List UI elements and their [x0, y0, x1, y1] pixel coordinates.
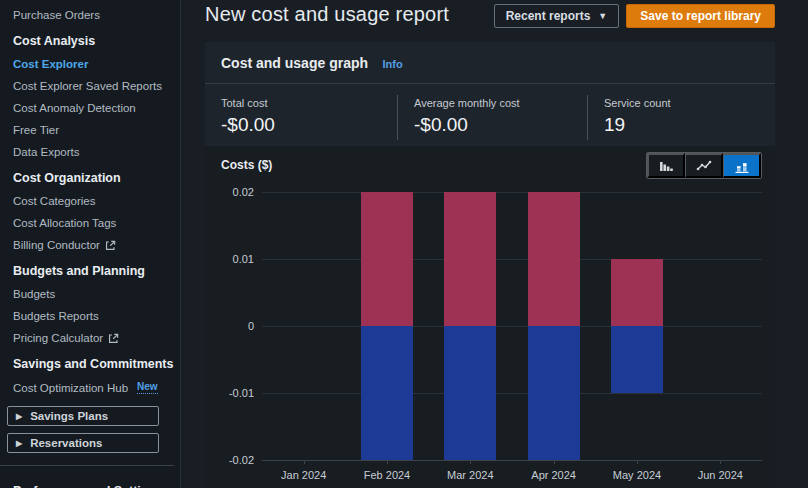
sidebar-heading-cost-analysis: Cost Analysis	[0, 26, 180, 53]
sidebar-item-cost-explorer-saved-reports[interactable]: Cost Explorer Saved Reports	[0, 75, 180, 97]
panel-header: Cost and usage graph Info	[205, 42, 775, 84]
sidebar-expander-savings-plans[interactable]: ▶Savings Plans	[7, 406, 159, 426]
recent-reports-label: Recent reports	[506, 9, 591, 23]
cost-usage-panel: Cost and usage graph Info Total cost -$0…	[205, 42, 775, 488]
y-tick-label: 0.02	[194, 186, 254, 198]
stat-value: -$0.00	[221, 114, 381, 136]
stat-value: -$0.00	[414, 114, 571, 136]
gridline	[262, 326, 762, 327]
x-tick-label: Jun 2024	[685, 469, 755, 481]
y-tick-label: -0.01	[194, 387, 254, 399]
sidebar-item-cost-categories[interactable]: Cost Categories	[0, 190, 180, 212]
external-link-icon	[105, 240, 116, 251]
sidebar-item-label: Free Tier	[13, 124, 59, 136]
bar-segment-below-zero-feb-2024[interactable]	[361, 326, 413, 460]
x-tick-label: May 2024	[602, 469, 672, 481]
y-tick-label: 0	[194, 320, 254, 332]
sidebar-item-budgets[interactable]: Budgets	[0, 283, 180, 305]
chart-plot: 0.020.010-0.01-0.02Jan 2024Feb 2024Mar 2…	[262, 192, 762, 460]
y-tick-label: -0.02	[194, 454, 254, 466]
main-content: New cost and usage report Recent reports…	[181, 0, 808, 488]
chart-type-toggle	[646, 152, 762, 179]
stat-label: Service count	[604, 97, 671, 109]
x-axis-line	[262, 460, 762, 461]
new-badge: New	[137, 381, 158, 394]
sidebar-item-label: Cost Optimization Hub	[13, 382, 128, 394]
chart-area: Costs ($) 0.020.010-0.01-0.02Jan 2024Feb…	[205, 146, 775, 488]
sidebar-heading-savings-and-commitments: Savings and Commitments	[0, 349, 180, 376]
sidebar-item-label: Cost Allocation Tags	[13, 217, 116, 229]
sidebar-item-cost-optimization-hub[interactable]: Cost Optimization HubNew	[0, 376, 180, 399]
x-tick-label: Feb 2024	[352, 469, 422, 481]
sidebar-heading-preferences-and-settings: Preferences and Settings	[0, 476, 180, 488]
chevron-down-icon: ▼	[598, 11, 607, 21]
sidebar-expander-reservations[interactable]: ▶Reservations	[7, 433, 159, 453]
sidebar-item-label: Billing Conductor	[13, 239, 100, 251]
sidebar-item-cost-explorer[interactable]: Cost Explorer	[0, 53, 180, 75]
sidebar-item-label: Purchase Orders	[13, 9, 100, 21]
gridline	[262, 393, 762, 394]
chart-y-axis-title: Costs ($)	[221, 158, 272, 172]
x-tick-label: Mar 2024	[435, 469, 505, 481]
sidebar-item-cost-anomaly-detection[interactable]: Cost Anomaly Detection	[0, 97, 180, 119]
bar-segment-above-zero-mar-2024[interactable]	[444, 192, 496, 326]
page-header: New cost and usage report Recent reports…	[181, 0, 808, 42]
stat-service-count: Service count 19	[587, 95, 687, 140]
sidebar-item-label: Budgets Reports	[13, 310, 99, 322]
sidebar-item-label: Budgets	[13, 288, 55, 300]
sidebar-heading-cost-organization: Cost Organization	[0, 163, 180, 190]
page-title: New cost and usage report	[205, 3, 449, 26]
stat-total-cost: Total cost -$0.00	[205, 95, 397, 140]
bar-segment-above-zero-may-2024[interactable]	[611, 259, 663, 326]
header-actions: Recent reports ▼ Save to report library	[494, 4, 775, 28]
x-tick-label: Apr 2024	[519, 469, 589, 481]
sidebar-item-label: Cost Explorer Saved Reports	[13, 80, 162, 92]
info-link[interactable]: Info	[382, 58, 402, 70]
expander-label: Savings Plans	[30, 410, 108, 422]
sidebar-item-label: Cost Categories	[13, 195, 95, 207]
bar-segment-below-zero-apr-2024[interactable]	[528, 326, 580, 460]
sidebar-item-purchase-orders[interactable]: Purchase Orders	[0, 4, 180, 26]
triangle-right-icon: ▶	[16, 412, 22, 421]
stats-row: Total cost -$0.00 Average monthly cost -…	[205, 84, 775, 150]
bar-segment-below-zero-mar-2024[interactable]	[444, 326, 496, 460]
sidebar-item-budgets-reports[interactable]: Budgets Reports	[0, 305, 180, 327]
sidebar-item-pricing-calculator[interactable]: Pricing Calculator	[0, 327, 180, 349]
x-tick-label: Jan 2024	[269, 469, 339, 481]
line-chart-button[interactable]	[685, 153, 723, 178]
gridline	[262, 259, 762, 260]
y-tick-label: 0.01	[194, 253, 254, 265]
sidebar-item-label: Pricing Calculator	[13, 332, 103, 344]
stat-label: Total cost	[221, 97, 381, 109]
sidebar-divider	[0, 465, 174, 466]
sidebar-item-data-exports[interactable]: Data Exports	[0, 141, 180, 163]
sidebar-nav: Purchase OrdersCost AnalysisCost Explore…	[0, 0, 181, 488]
stat-value: 19	[604, 114, 671, 136]
sidebar-heading-budgets-and-planning: Budgets and Planning	[0, 256, 180, 283]
sidebar-item-label: Data Exports	[13, 146, 79, 158]
gridline	[262, 192, 762, 193]
panel-title: Cost and usage graph	[221, 55, 368, 71]
bar-segment-below-zero-may-2024[interactable]	[611, 326, 663, 393]
triangle-right-icon: ▶	[16, 439, 22, 448]
sidebar-item-cost-allocation-tags[interactable]: Cost Allocation Tags	[0, 212, 180, 234]
bar-segment-above-zero-feb-2024[interactable]	[361, 192, 413, 326]
sidebar-item-label: Cost Explorer	[13, 58, 88, 70]
line-chart-icon	[696, 158, 712, 174]
recent-reports-button[interactable]: Recent reports ▼	[494, 4, 620, 28]
bar-chart-button[interactable]	[647, 153, 685, 178]
bar-segment-above-zero-apr-2024[interactable]	[528, 192, 580, 326]
sidebar-item-label: Cost Anomaly Detection	[13, 102, 136, 114]
external-link-icon	[108, 333, 119, 344]
expander-label: Reservations	[30, 437, 102, 449]
stat-label: Average monthly cost	[414, 97, 571, 109]
stacked-bar-chart-button[interactable]	[723, 153, 761, 178]
save-to-report-library-button[interactable]: Save to report library	[626, 4, 775, 28]
stat-average-monthly-cost: Average monthly cost -$0.00	[397, 95, 587, 140]
stacked-bar-chart-icon	[734, 158, 750, 174]
sidebar-item-billing-conductor[interactable]: Billing Conductor	[0, 234, 180, 256]
bar-chart-icon	[658, 158, 674, 174]
sidebar-item-free-tier[interactable]: Free Tier	[0, 119, 180, 141]
